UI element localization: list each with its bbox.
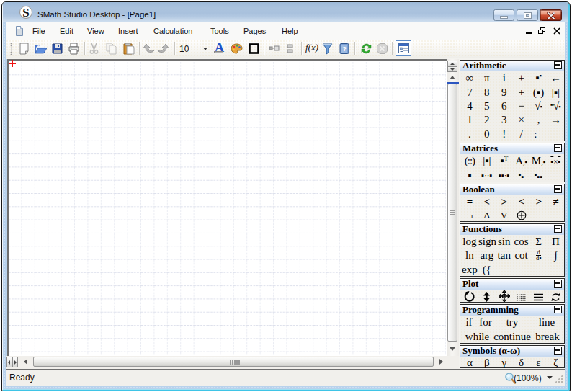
- svg-text:?: ?: [342, 45, 347, 53]
